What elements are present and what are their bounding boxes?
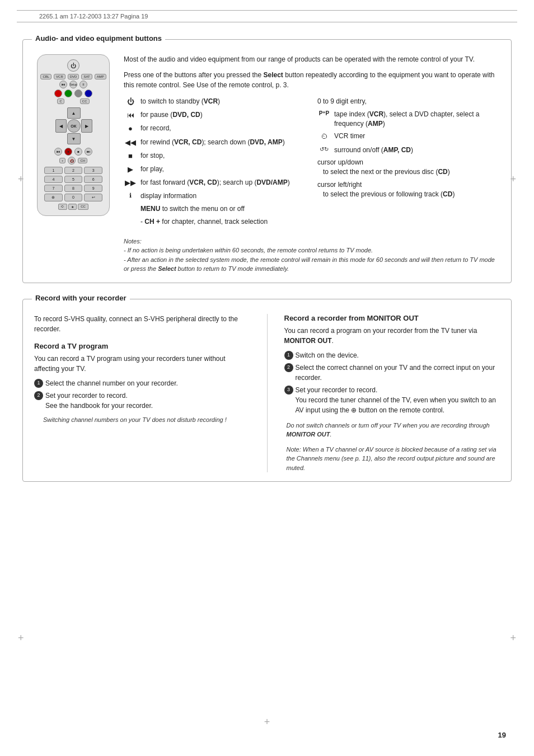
remote-control: ⏻ CBL VCR DVD SAT AMP ⏮ Setup II — [37, 54, 110, 216]
info-icon: ℹ — [124, 191, 137, 200]
vcrtimer-icon: ⏲ — [317, 132, 331, 142]
record-r-step2: 2 Select the correct channel on your TV … — [284, 363, 500, 383]
record-content: To record S-VHS quality, connect an S-VH… — [34, 314, 500, 473]
remote-mute-btn: 🔇 — [68, 157, 76, 165]
remote-power-btn: ⏻ — [67, 59, 79, 72]
btn-item-rewind: ◀◀ for rewind (VCR, CD); search down (DV… — [124, 138, 306, 148]
remote-down-btn: ▼ — [67, 133, 81, 144]
remote-extra-row1: C CC — [41, 98, 106, 104]
remote-blue-btn — [85, 90, 92, 97]
record-note: Note: When a TV channel or AV source is … — [284, 445, 500, 473]
btn-list-container: ⏻ to switch to standby (VCR) ⏮ for pause… — [124, 97, 500, 230]
info-text: display information — [140, 191, 306, 201]
remote-color-row — [41, 90, 106, 97]
page-number: 19 — [498, 731, 506, 739]
remote-9-btn: 9 — [84, 185, 102, 192]
record-tv-body: You can record a TV program using your r… — [34, 354, 250, 374]
record-monitor-body: You can record a program on your recorde… — [284, 326, 500, 346]
record-icon: ● — [124, 124, 137, 134]
btn-item-ffwd: ▶▶ for fast forward (VCR, CD); search up… — [124, 178, 306, 188]
btn-item-play: ▶ for play, — [124, 165, 306, 175]
btn-item-standby: ⏻ to switch to standby (VCR) — [124, 97, 306, 107]
header-bar: 2265.1 am 17-12-2003 13:27 Pagina 19 — [17, 10, 517, 22]
remote-vol-up-btn: + — [59, 158, 66, 163]
btn-list-left: ⏻ to switch to standby (VCR) ⏮ for pause… — [124, 97, 306, 230]
remote-5-btn: 5 — [64, 176, 83, 183]
r-step2-circle: 2 — [284, 363, 293, 372]
remote-transport-row: ⏮ Setup II — [41, 81, 106, 88]
remote-skip-btn: ⏭ — [85, 148, 92, 156]
remote-volch-row: + 🔇 CH — [41, 157, 106, 165]
remote-numpad: 1 2 3 4 5 6 7 8 9 ⊕ 0 ↩ — [44, 167, 102, 201]
btn-item-record: ● for record, — [124, 124, 306, 134]
btn-item-cursor-ud: cursor up/downto select the next or the … — [317, 158, 500, 177]
remote-fav-btn: ★ — [68, 204, 77, 210]
notes-title: Notes: — [124, 237, 500, 246]
cross-mark-bottom-center: + — [264, 716, 270, 728]
cross-mark-bottom-right: + — [510, 632, 516, 644]
record-right: Record a recorder from MONITOR OUT You c… — [284, 314, 500, 473]
remote-8-btn: 8 — [64, 185, 83, 192]
pause-text: for pause (DVD, CD) — [140, 110, 306, 120]
remote-3-btn: 3 — [84, 167, 102, 174]
r-step3-circle: 3 — [284, 386, 293, 395]
rewind-icon: ◀◀ — [124, 138, 137, 148]
remote-ii-btn: II — [79, 81, 87, 88]
note2: - After an action in the selected system… — [124, 255, 500, 274]
divider-vertical — [267, 314, 268, 473]
r-step3-text: Set your recorder to record.You record t… — [296, 385, 500, 415]
r-step1-text: Switch on the device. — [296, 350, 359, 360]
av-select-bold: Select — [264, 71, 283, 79]
remote-subs-btn: CC — [78, 204, 88, 210]
ffwd-text: for fast forward (VCR, CD); search up (D… — [140, 178, 306, 187]
step2-text: Set your recorder to record.See the hand… — [45, 391, 153, 411]
av-section-title: Audio- and video equipment buttons — [32, 34, 165, 43]
pause-icon: ⏮ — [124, 110, 137, 120]
cursor-ud-text: cursor up/downto select the next or the … — [317, 158, 500, 177]
remote-rew-btn: ⏮ — [59, 81, 67, 88]
remote-top: ⏻ — [41, 59, 106, 72]
cursor-lr-text: cursor left/rightto select the previous … — [317, 180, 500, 199]
av-text-content: Most of the audio and video equipment fr… — [124, 54, 500, 274]
record-step1: 1 Select the channel number on your reco… — [34, 378, 250, 388]
remote-mode-row: CBL VCR DVD SAT AMP — [41, 74, 106, 79]
btn-list-right: 0 to 9 digit entry, P⁺P tape index (VCR)… — [317, 97, 500, 230]
remote-left-btn: ◀ — [55, 119, 67, 133]
remote-gray-btn — [74, 90, 82, 97]
pip-icon: P⁺P — [317, 110, 331, 118]
btn-item-menu: MENU to switch the menu on or off — [124, 204, 306, 214]
remote-red-btn — [54, 90, 62, 97]
note1: - If no action is being undertaken withi… — [124, 246, 500, 255]
remote-playback-row: ⏮ ● ■ ⏭ — [41, 148, 106, 156]
btn-item-stop: ■ for stop, — [124, 151, 306, 161]
remote-dpad: ▲ ◀ OK ▶ ▼ — [55, 107, 92, 144]
record-section-title: Record with your recorder — [32, 294, 130, 302]
remote-dpad-area: ▲ ◀ OK ▶ ▼ — [41, 106, 106, 146]
remote-ch-btn: CH — [78, 158, 87, 163]
remote-back-btn: ↩ — [84, 194, 102, 201]
remote-4-btn: 4 — [44, 176, 63, 183]
record-italic-note: Switching channel numbers on your TV doe… — [34, 415, 250, 425]
btn-item-surround: ↺↻ surround on/off (AMP, CD) — [317, 145, 500, 155]
standby-text: to switch to standby (VCR) — [140, 97, 306, 106]
btn-item-pause: ⏮ for pause (DVD, CD) — [124, 110, 306, 120]
remote-cbl-btn: CBL — [40, 74, 51, 79]
remote-prev-btn: ⏮ — [54, 148, 62, 156]
record-intro: To record S-VHS quality, connect an S-VH… — [34, 314, 250, 334]
btn-item-chplus: - CH + for chapter, channel, track selec… — [124, 217, 306, 227]
step2-circle: 2 — [34, 391, 43, 400]
record-monitor-body-end: . — [332, 337, 334, 345]
av-intro2-start: Press one of the buttons after you press… — [124, 71, 264, 79]
record-monitor-body-start: You can record a program on your recorde… — [284, 327, 477, 335]
standby-icon: ⏻ — [124, 97, 137, 107]
remote-stop-btn: ■ — [74, 148, 82, 156]
record-text: for record, — [140, 124, 306, 133]
remote-7-btn: 7 — [44, 185, 63, 192]
remote-sleep-btn: ⏲ — [58, 204, 67, 210]
r-step1-circle: 1 — [284, 351, 293, 360]
record-left: To record S-VHS quality, connect an S-VH… — [34, 314, 250, 473]
monitor-out-bold: MONITOR OUT — [284, 337, 332, 345]
btn-item-vcrtimer: ⏲ VCR timer — [317, 132, 500, 142]
record-italic1: Do not switch channels or turn off your … — [284, 421, 500, 439]
digits-text: 0 to 9 digit entry, — [317, 97, 500, 106]
